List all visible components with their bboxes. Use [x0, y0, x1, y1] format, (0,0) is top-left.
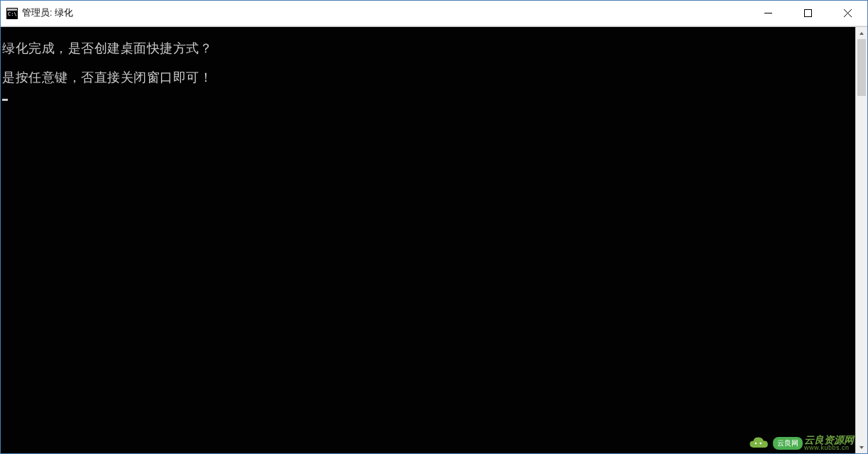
cloud-icon [747, 436, 771, 451]
scrollbar-thumb[interactable] [857, 39, 866, 96]
content-area: 绿化完成，是否创建桌面快捷方式？ 是按任意键，否直接关闭窗口即可！ [1, 26, 867, 453]
cursor [1, 86, 855, 102]
svg-marker-8 [859, 446, 864, 449]
maximize-button[interactable] [788, 1, 828, 26]
scroll-down-arrow-icon[interactable] [856, 441, 867, 453]
svg-rect-1 [7, 9, 17, 11]
console-line: 是按任意键，否直接关闭窗口即可！ [1, 69, 855, 85]
window-title: 管理员: 绿化 [22, 7, 73, 19]
svg-point-10 [759, 442, 762, 444]
console-output[interactable]: 绿化完成，是否创建桌面快捷方式？ 是按任意键，否直接关闭窗口即可！ [1, 27, 855, 453]
watermark-badge: 云良网 [773, 437, 803, 450]
vertical-scrollbar[interactable] [855, 27, 867, 453]
application-window: C:\ 管理员: 绿化 绿化完成，是否创建桌面快捷方式？ 是按任意键，否直接关闭… [0, 0, 868, 454]
cmd-icon: C:\ [6, 8, 18, 19]
titlebar[interactable]: C:\ 管理员: 绿化 [1, 1, 867, 26]
svg-marker-7 [859, 32, 864, 35]
watermark-url: www.kubbs.cn [804, 445, 854, 451]
close-button[interactable] [828, 1, 867, 26]
svg-text:C:\: C:\ [8, 11, 17, 17]
minimize-button[interactable] [748, 1, 788, 26]
console-line: 绿化完成，是否创建桌面快捷方式？ [1, 40, 855, 56]
window-controls [748, 1, 867, 26]
scroll-up-arrow-icon[interactable] [856, 27, 867, 39]
watermark-name: 云良资源网 [804, 435, 854, 445]
watermark: 云良网 云良资源网 www.kubbs.cn [747, 435, 854, 451]
svg-point-9 [755, 442, 757, 444]
svg-rect-4 [804, 10, 811, 17]
